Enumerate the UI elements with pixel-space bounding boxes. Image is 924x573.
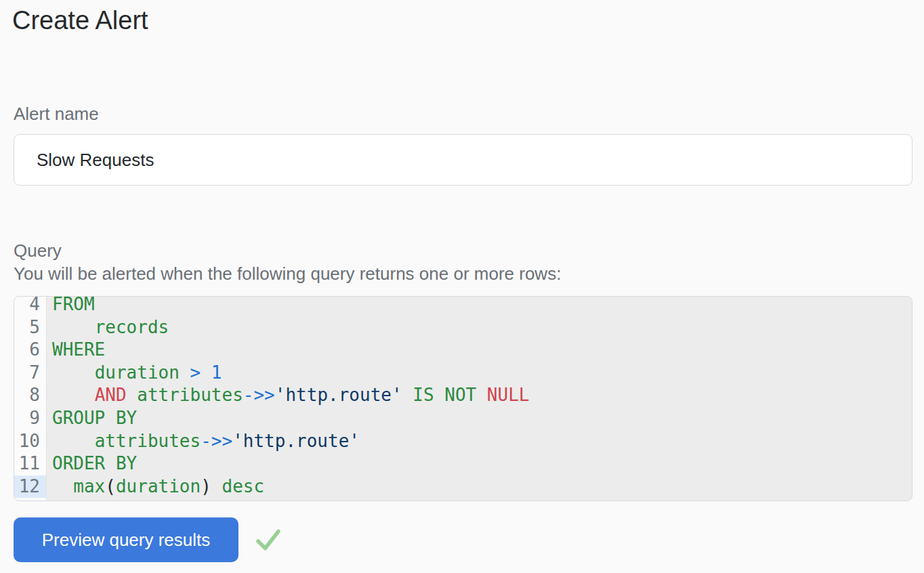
- line-number: 10: [14, 430, 46, 453]
- line-number: 4: [14, 296, 46, 316]
- query-description: You will be alerted when the following q…: [14, 262, 924, 285]
- line-number: 11: [14, 452, 46, 475]
- code-text: GROUP BY: [46, 407, 912, 430]
- line-number: 12: [14, 475, 46, 498]
- line-number: 6: [14, 339, 46, 362]
- code-text: ORDER BY: [46, 452, 912, 475]
- code-line: 11ORDER BY: [14, 452, 912, 475]
- code-line: 5 records: [14, 316, 912, 339]
- code-line: 10 attributes->>'http.route': [14, 430, 912, 453]
- line-number: 9: [14, 407, 46, 430]
- line-number: 5: [14, 316, 46, 339]
- code-text: max(duration) desc: [46, 475, 912, 498]
- code-text: records: [46, 316, 912, 339]
- code-line: 6WHERE: [14, 339, 912, 362]
- alert-name-label: Alert name: [14, 103, 924, 125]
- alert-name-input[interactable]: [14, 134, 912, 186]
- query-editor[interactable]: 4FROM5 records6WHERE7 duration > 18 AND …: [14, 296, 912, 501]
- page-title: Create Alert: [12, 5, 924, 35]
- actions-row: Preview query results: [14, 517, 924, 562]
- code-line: 12 max(duration) desc: [14, 475, 912, 498]
- code-line: 8 AND attributes->>'http.route' IS NOT N…: [14, 384, 912, 407]
- code-text: FROM: [46, 296, 912, 316]
- code-line: 7 duration > 1: [14, 362, 912, 385]
- line-number: 8: [14, 384, 46, 407]
- code-line: 4FROM: [14, 296, 912, 316]
- check-icon: [253, 525, 283, 555]
- code-text: WHERE: [46, 339, 912, 362]
- code-text: attributes->>'http.route': [46, 430, 912, 453]
- preview-query-results-button[interactable]: Preview query results: [14, 517, 238, 562]
- code-text: AND attributes->>'http.route' IS NOT NUL…: [46, 384, 912, 407]
- code-lines: 4FROM5 records6WHERE7 duration > 18 AND …: [14, 296, 912, 498]
- line-number: 7: [14, 362, 46, 385]
- query-label: Query: [14, 240, 924, 262]
- code-line: 9GROUP BY: [14, 407, 912, 430]
- code-text: duration > 1: [46, 362, 912, 385]
